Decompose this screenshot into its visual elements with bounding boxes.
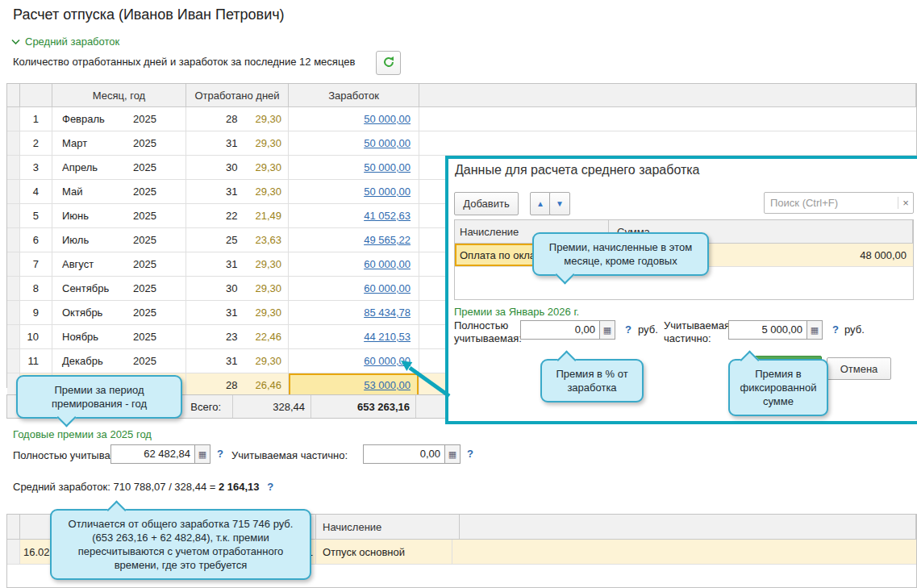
calculator-icon[interactable]: ▦ (444, 445, 460, 463)
rub-label: руб. (844, 323, 865, 336)
earnings-cell[interactable]: 85 434,78 (289, 301, 419, 324)
days-worked-cell[interactable]: 2826,46 (186, 373, 289, 397)
help-icon[interactable]: ? (832, 323, 839, 336)
earnings-cell[interactable]: 60 000,00 (289, 277, 419, 300)
earnings-link[interactable]: 50 000,00 (364, 113, 411, 125)
refresh-button[interactable] (376, 51, 401, 75)
calculator-icon[interactable]: ▦ (194, 445, 210, 463)
calendar-days: 21,49 (255, 210, 281, 222)
cancel-button[interactable]: Отмена (827, 357, 891, 380)
earnings-link[interactable]: 41 052,63 (364, 210, 411, 222)
row-selector-cell[interactable] (7, 252, 20, 276)
month-year-cell[interactable]: Июнь2025 (52, 204, 186, 227)
add-button[interactable]: Добавить (454, 192, 519, 215)
annual-fully-input[interactable]: 62 482,84 ▦ (110, 444, 210, 464)
earnings-cell[interactable]: 41 052,63 (289, 204, 419, 227)
move-up-button[interactable]: ▲ (530, 192, 551, 215)
month-year-cell[interactable]: Сентябрь2025 (52, 277, 186, 300)
calculator-icon[interactable]: ▦ (599, 321, 615, 339)
earnings-link[interactable]: 60 000,00 (364, 258, 411, 270)
days-worked-cell[interactable]: 3029,30 (186, 156, 289, 179)
days-worked-cell[interactable]: 3129,30 (186, 252, 289, 276)
row-selector-cell[interactable] (7, 180, 20, 203)
earnings-cell[interactable]: 44 210,53 (289, 325, 419, 348)
search-input[interactable]: Поиск (Ctrl+F) × (764, 192, 914, 214)
earnings-link[interactable]: 50 000,00 (364, 186, 411, 198)
earnings-link[interactable]: 44 210,53 (364, 331, 411, 343)
help-icon[interactable]: ? (625, 323, 631, 336)
row-selector-cell[interactable] (7, 107, 20, 131)
annual-partial-value[interactable]: 0,00 (364, 445, 444, 463)
header-month-year: Месяц, год (52, 84, 186, 106)
help-icon[interactable]: ? (467, 448, 473, 460)
month-year-cell[interactable]: Март2025 (52, 131, 186, 155)
month-year-cell[interactable]: Июль2025 (52, 228, 186, 252)
days-worked-cell[interactable]: 3029,30 (186, 277, 289, 300)
earnings-link[interactable]: 49 565,22 (364, 234, 411, 246)
days-count: 31 (226, 186, 237, 198)
month-year-cell[interactable]: Декабрь2025 (52, 349, 186, 373)
dialog-partial-value[interactable]: 5 000,00 (729, 321, 807, 339)
calculator-icon[interactable]: ▦ (807, 321, 822, 339)
days-worked-cell[interactable]: 3129,30 (186, 301, 289, 324)
row-selector-cell[interactable] (7, 301, 20, 324)
days-worked-cell[interactable]: 2829,30 (186, 107, 289, 131)
earnings-cell[interactable]: 50 000,00 (289, 107, 419, 131)
dialog-partial-input[interactable]: 5 000,00 ▦ (728, 320, 823, 340)
annual-premiums-link[interactable]: Годовые премии за 2025 год (13, 428, 152, 440)
month-year-cell[interactable]: Февраль2025 (52, 107, 186, 131)
month-year-cell[interactable]: Ноябрь2025 (52, 325, 186, 348)
earnings-row[interactable]: 2Март20253129,3050 000,00 (7, 131, 916, 156)
days-worked-cell[interactable]: 3129,30 (186, 180, 289, 203)
earnings-cell[interactable]: 49 565,22 (289, 228, 419, 252)
monthly-premiums-link[interactable]: Премии за Январь 2026 г. (454, 306, 579, 318)
days-worked-cell[interactable]: 2523,63 (186, 228, 289, 252)
days-worked-cell[interactable]: 2221,49 (186, 204, 289, 227)
accrual-empty-cell[interactable] (452, 540, 916, 564)
clear-search-icon[interactable]: × (898, 197, 913, 209)
earnings-link[interactable]: 60 000,00 (364, 282, 411, 294)
row-selector-cell[interactable] (7, 156, 20, 179)
row-selector-cell[interactable] (7, 325, 20, 348)
row-selector-cell[interactable] (7, 349, 20, 373)
tooltip-text: Отличается от общего заработка 715 746 р… (69, 518, 294, 571)
earnings-cell[interactable]: 50 000,00 (289, 156, 419, 179)
days-worked-cell[interactable]: 2322,46 (186, 325, 289, 348)
earnings-cell[interactable]: 60 000,00 (289, 349, 419, 373)
earnings-cell[interactable]: 60 000,00 (289, 252, 419, 276)
dialog-fully-value[interactable]: 0,00 (521, 321, 599, 339)
row-empty-cell[interactable] (419, 131, 916, 155)
earnings-cell[interactable]: 50 000,00 (289, 131, 419, 155)
month-year-cell[interactable]: Май2025 (52, 180, 186, 203)
month-year-cell[interactable]: Октябрь2025 (52, 301, 186, 324)
earnings-link[interactable]: 50 000,00 (364, 161, 411, 173)
earnings-link[interactable]: 50 000,00 (364, 137, 411, 149)
days-worked-cell[interactable]: 3129,30 (186, 131, 289, 155)
earnings-link[interactable]: 85 434,78 (364, 307, 411, 319)
month-year-cell[interactable]: Август2025 (52, 252, 186, 276)
earnings-row[interactable]: 1Февраль20252829,3050 000,00 (7, 107, 916, 131)
move-down-button[interactable]: ▼ (549, 192, 570, 215)
help-icon[interactable]: ? (267, 481, 273, 493)
dialog-fully-input[interactable]: 0,00 ▦ (520, 320, 615, 340)
row-selector-cell[interactable] (7, 131, 20, 155)
earnings-cell[interactable]: 53 000,00 (289, 373, 419, 397)
row-number-cell: 9 (20, 301, 52, 324)
row-empty-cell[interactable] (419, 107, 916, 131)
annual-partial-input[interactable]: 0,00 ▦ (363, 444, 461, 464)
earnings-link[interactable]: 53 000,00 (364, 379, 411, 391)
row-selector-cell[interactable] (7, 540, 20, 564)
days-count: 31 (226, 355, 237, 367)
section-toggle-average-earnings[interactable]: Средний заработок (11, 35, 119, 48)
calendar-days: 29,30 (255, 113, 281, 125)
row-selector-cell[interactable] (7, 228, 20, 252)
month-year-cell[interactable]: Апрель2025 (52, 156, 186, 179)
accrual-name-cell[interactable]: Отпуск основной (316, 540, 452, 564)
earnings-cell[interactable]: 50 000,00 (289, 180, 419, 203)
earnings-link[interactable]: 60 000,00 (364, 355, 411, 367)
annual-fully-value[interactable]: 62 482,84 (111, 445, 194, 463)
help-icon[interactable]: ? (217, 448, 223, 460)
row-selector-cell[interactable] (7, 204, 20, 227)
days-worked-cell[interactable]: 3129,30 (186, 349, 289, 373)
row-selector-cell[interactable] (7, 277, 20, 300)
